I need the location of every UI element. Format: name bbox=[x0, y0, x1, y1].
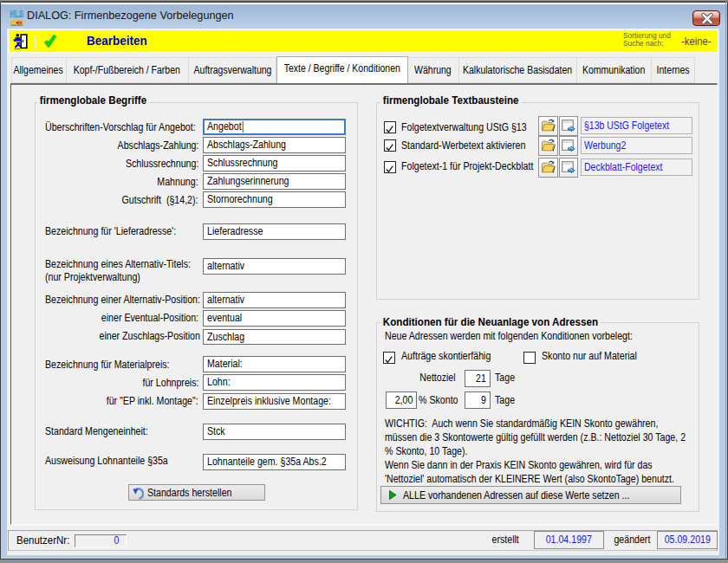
svg-text:HLS: HLS bbox=[10, 10, 23, 19]
